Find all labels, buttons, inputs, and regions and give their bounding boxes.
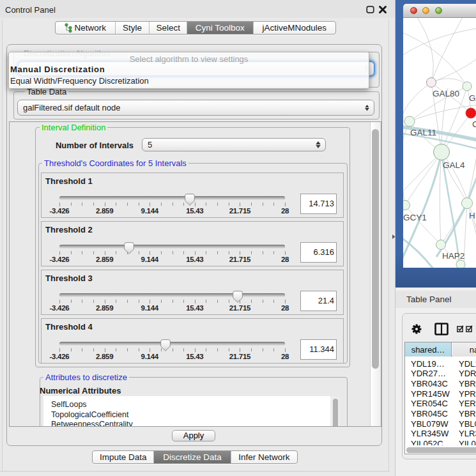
window-minimize-icon[interactable]: [422, 7, 429, 14]
network-edge[interactable]: [467, 146, 476, 203]
num-intervals-combobox[interactable]: 5: [142, 138, 326, 151]
network-edge[interactable]: [431, 18, 464, 83]
network-window-titlebar[interactable]: [403, 4, 476, 18]
combo-stepper-icon: [365, 100, 369, 115]
attributes-list-scrollbar-thumb[interactable]: [333, 399, 338, 427]
slider-tick: [71, 300, 72, 303]
top-tab-bar: NetworkStyleSelectCyni ToolboxjActiveMNo…: [55, 21, 336, 35]
slider-thumb[interactable]: [185, 194, 196, 206]
network-edge[interactable]: [403, 28, 476, 58]
tab-network[interactable]: Network: [56, 22, 116, 34]
slider-tick: [116, 251, 116, 254]
network-edge[interactable]: [403, 32, 467, 86]
slider-tick: [251, 348, 252, 351]
bottom-tab-impute-data[interactable]: Impute Data: [93, 451, 154, 463]
attributes-list[interactable]: SelfLoopsTopologicalCoefficientBetweenne…: [43, 396, 339, 427]
popup-item-equal-width-frequency-discretization[interactable]: Equal Width/Frequency Discretization: [9, 75, 369, 87]
gear-icon[interactable]: [411, 324, 422, 334]
table-row[interactable]: YDL19…YDL1: [405, 359, 476, 369]
network-node-ga[interactable]: [463, 82, 472, 91]
apply-button[interactable]: Apply: [172, 430, 215, 441]
table-row[interactable]: YBL079WYBL0: [405, 419, 476, 429]
slider-tick-label: 21.715: [229, 353, 250, 360]
table-row[interactable]: YBR045CYBR0: [405, 409, 476, 419]
network-edge-highlighted[interactable]: [403, 236, 433, 268]
threshold-value-field[interactable]: 6.316: [300, 242, 337, 263]
network-node-bottom[interactable]: [456, 260, 465, 268]
slider-tick: [183, 251, 184, 254]
table-data-combobox[interactable]: galFiltered.sif default node: [17, 100, 374, 116]
network-node-pink[interactable]: [427, 78, 436, 88]
tab-style[interactable]: Style: [116, 22, 150, 34]
network-node-red[interactable]: [466, 108, 476, 118]
network-edge[interactable]: [440, 152, 441, 245]
table-hscrollbar-thumb[interactable]: [406, 447, 476, 453]
slider-thumb[interactable]: [124, 242, 135, 254]
cell-shared-name: YPR145W: [411, 389, 450, 399]
network-node-gal4[interactable]: [434, 144, 450, 160]
slider-tick: [82, 203, 82, 206]
table-row[interactable]: YPR145WYPR1: [405, 389, 476, 399]
slider-track[interactable]: [59, 293, 285, 297]
network-node-h[interactable]: [462, 198, 473, 209]
slider-tick-label: 2.859: [96, 353, 113, 360]
network-edge[interactable]: [416, 18, 433, 82]
slider-thumb[interactable]: [233, 291, 243, 303]
table-row[interactable]: YER054CYER0: [405, 399, 476, 409]
threshold-value-field[interactable]: 14.713: [300, 194, 337, 214]
network-node-hap2[interactable]: [436, 240, 446, 250]
cell-name: YBL0: [459, 419, 476, 429]
network-canvas[interactable]: GAL80GACGAL11GAL4GCY1HHAP2: [403, 18, 476, 268]
bottom-tab-discretize-data[interactable]: Discretize Data: [154, 451, 231, 463]
cell-name: YBR0: [459, 379, 476, 388]
threshold-panel-3: Threshold 3-3.4262.8599.14415.4321.71528…: [41, 270, 344, 315]
bottom-tab-infer-network[interactable]: Infer Network: [231, 451, 297, 463]
checkbox-icon[interactable]: [466, 325, 473, 332]
panel-edge-bottom: [0, 471, 390, 472]
table-row[interactable]: YBR043CYBR0: [405, 379, 476, 389]
network-node-label: C: [472, 119, 476, 129]
network-edge[interactable]: [403, 82, 431, 120]
tab-jactivemnodules[interactable]: jActiveMNodules: [254, 22, 335, 34]
network-node-gcy1[interactable]: [403, 201, 410, 210]
table-row[interactable]: YLR345WYLR3: [405, 429, 476, 439]
slider-track[interactable]: [59, 342, 285, 346]
threshold-value-field[interactable]: 11.344: [300, 339, 337, 360]
attribute-item-topologicalcoefficient[interactable]: TopologicalCoefficient: [51, 410, 128, 419]
window-zoom-icon[interactable]: [435, 7, 442, 14]
columns-icon[interactable]: [434, 323, 449, 335]
tab-select[interactable]: Select: [150, 22, 187, 34]
slider-tick: [229, 251, 229, 254]
slider-tick-label: 28: [281, 207, 289, 215]
popup-item-manual-discretization[interactable]: Manual Discretization: [9, 64, 369, 75]
slider-tick: [195, 251, 196, 255]
popup-prompt: Select algorithm to view settings: [9, 55, 369, 64]
slider-track[interactable]: [59, 196, 285, 200]
attribute-item-betweennesscentrality[interactable]: BetweennessCentrality: [51, 420, 133, 427]
cell-shared-name: YDR27…: [411, 369, 446, 378]
cell-shared-name: YLR345W: [411, 429, 449, 438]
tab-cyni-toolbox[interactable]: Cyni Toolbox: [187, 22, 254, 34]
table-header-name[interactable]: name: [452, 342, 476, 357]
attribute-item-selfloops[interactable]: SelfLoops: [51, 400, 87, 409]
float-window-icon[interactable]: [366, 6, 374, 13]
slider-tick: [251, 251, 252, 254]
network-edge[interactable]: [431, 58, 476, 82]
slider-tick: [105, 203, 105, 206]
slider-tick: [116, 300, 116, 303]
table-hscrollbar[interactable]: [405, 445, 476, 454]
window-close-icon[interactable]: [410, 7, 417, 14]
table-row[interactable]: YDR27…YDR2: [405, 369, 476, 379]
main-scrollbar-thumb[interactable]: [372, 129, 379, 369]
network-edge[interactable]: [405, 152, 441, 205]
group-title-thresholds: Threshold's Coordinates for 5 Intervals: [42, 159, 188, 167]
threshold-value-field[interactable]: 21.4: [300, 291, 337, 311]
splitpane-collapse-icon[interactable]: [392, 234, 395, 239]
close-icon[interactable]: [378, 5, 387, 14]
slider-tick: [59, 203, 60, 206]
checkbox-icon[interactable]: [457, 325, 464, 332]
table-header-shared-name[interactable]: shared…: [405, 342, 452, 357]
slider-thumb[interactable]: [160, 339, 171, 351]
network-node-gal11[interactable]: [404, 116, 415, 127]
slider-track[interactable]: [59, 245, 285, 249]
